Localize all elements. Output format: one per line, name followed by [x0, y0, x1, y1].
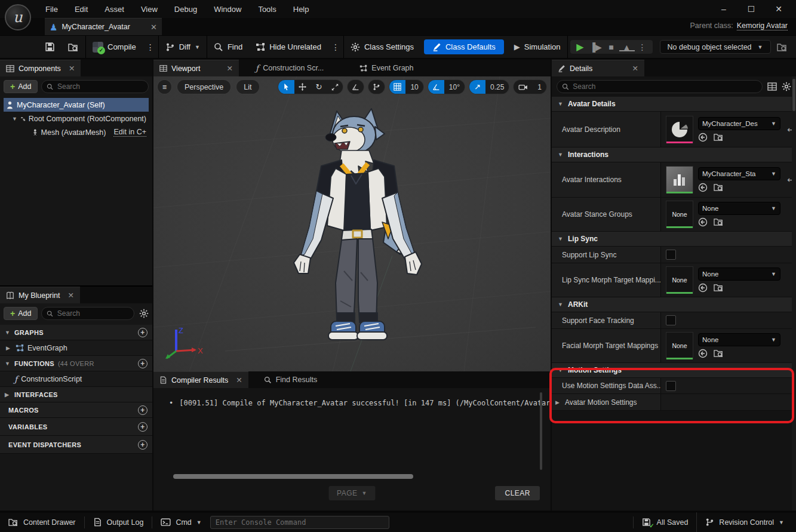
- use-selected-asset-icon[interactable]: [698, 217, 708, 227]
- details-settings-gear-icon[interactable]: [782, 82, 791, 91]
- browse-to-asset-icon[interactable]: [714, 133, 724, 142]
- support-lip-sync-checkbox[interactable]: [666, 250, 676, 260]
- frame-skip-icon[interactable]: ▐▶: [588, 42, 604, 52]
- avatar-stance-groups-dropdown[interactable]: None▼: [698, 202, 780, 215]
- avatar-interactions-thumbnail[interactable]: [666, 166, 693, 193]
- maximize-button[interactable]: ☐: [737, 0, 765, 18]
- avatar-stance-groups-thumbnail[interactable]: None: [666, 201, 693, 228]
- lip-sync-morph-dropdown[interactable]: None▼: [698, 267, 780, 281]
- all-saved-button[interactable]: ✓ All Saved: [634, 518, 697, 527]
- debug-object-dropdown[interactable]: No debug object selected ▼: [660, 40, 771, 54]
- browse-to-asset-icon[interactable]: [714, 283, 724, 292]
- section-arkit[interactable]: ▼ ARKit: [552, 297, 796, 312]
- my-blueprint-tab[interactable]: My Blueprint ✕: [0, 287, 80, 303]
- interfaces-section-header[interactable]: ▶ INTERFACES: [0, 387, 152, 402]
- blueprint-add-button[interactable]: + Add: [4, 307, 38, 320]
- facial-morph-thumbnail[interactable]: None: [666, 332, 693, 359]
- asset-tab[interactable]: ♟ MyCharacter_Avatar ✕: [45, 18, 162, 35]
- camera-speed-value[interactable]: 1: [533, 80, 546, 94]
- cmd-dropdown[interactable]: Cmd ▼: [152, 512, 210, 532]
- display-filter-icon[interactable]: [767, 82, 777, 91]
- add-function-button[interactable]: +: [138, 359, 147, 368]
- support-face-tracking-checkbox[interactable]: [666, 315, 676, 325]
- eventgraph-item[interactable]: ▶ EventGraph: [0, 340, 152, 356]
- section-motion-settings[interactable]: ▼ Motion Settings: [552, 363, 796, 378]
- console-command-field[interactable]: [210, 516, 389, 529]
- browse-to-asset-icon[interactable]: [714, 217, 724, 226]
- perspective-dropdown[interactable]: Perspective: [177, 79, 231, 94]
- scale-snap-toggle[interactable]: ↗: [469, 80, 485, 94]
- viewport-options-menu-icon[interactable]: ≡: [157, 79, 172, 94]
- revision-control-dropdown[interactable]: Revision Control ▼: [697, 518, 796, 527]
- output-log-button[interactable]: Output Log: [85, 512, 152, 532]
- compile-options-kebab[interactable]: ⋮: [143, 36, 158, 58]
- blueprint-search[interactable]: [41, 307, 134, 320]
- minimize-button[interactable]: –: [710, 0, 737, 18]
- rotate-tool-button[interactable]: ↻: [311, 80, 327, 94]
- menu-debug[interactable]: Debug: [167, 2, 204, 16]
- browse-asset-button[interactable]: [62, 36, 85, 58]
- tree-item-root-component[interactable]: ▼ Root Component (RootComponent): [4, 112, 149, 125]
- use-selected-asset-icon[interactable]: [698, 283, 708, 293]
- close-button[interactable]: ✕: [765, 0, 792, 18]
- select-tool-button[interactable]: [278, 80, 294, 94]
- menu-tools[interactable]: Tools: [251, 2, 283, 16]
- viewport-3d-view[interactable]: ≡ Perspective Lit ↻ 10: [153, 76, 551, 371]
- compile-button[interactable]: ✓ Compile: [86, 36, 143, 58]
- hide-unrelated-button[interactable]: Hide Unrelated: [249, 36, 328, 58]
- macros-section-header[interactable]: MACROS +: [0, 402, 152, 418]
- scale-tool-button[interactable]: [327, 80, 343, 94]
- scale-snap-value[interactable]: 0.25: [485, 80, 509, 94]
- surface-snapping-button[interactable]: [368, 80, 385, 94]
- tree-item-mesh[interactable]: Mesh (AvatarMesh) Edit in C+: [4, 125, 149, 139]
- menu-window[interactable]: Window: [207, 2, 248, 16]
- add-variable-button[interactable]: +: [138, 422, 147, 432]
- components-tab-close-icon[interactable]: ✕: [69, 64, 75, 73]
- grid-snap-toggle[interactable]: [389, 80, 405, 94]
- clear-button[interactable]: CLEAR: [495, 486, 540, 500]
- horizontal-scrollbar[interactable]: [173, 474, 413, 479]
- debug-browse-button[interactable]: [776, 36, 794, 58]
- eject-icon[interactable]: ▲: [619, 43, 635, 51]
- components-search-input[interactable]: [57, 82, 143, 91]
- find-results-tab[interactable]: Find Results: [258, 371, 323, 388]
- menu-view[interactable]: View: [134, 2, 165, 16]
- avatar-description-dropdown[interactable]: MyCharacter_Des▼: [698, 117, 780, 130]
- rotation-snap-value[interactable]: 10°: [444, 80, 465, 94]
- vertical-scrollbar[interactable]: [540, 392, 542, 470]
- add-macro-button[interactable]: +: [138, 405, 147, 415]
- menu-asset[interactable]: Asset: [97, 2, 131, 16]
- facial-morph-dropdown[interactable]: None▼: [698, 333, 780, 346]
- play-options-kebab[interactable]: ⋮: [635, 42, 650, 52]
- blueprint-search-input[interactable]: [57, 309, 129, 318]
- menu-help[interactable]: Help: [286, 2, 316, 16]
- use-motion-settings-checkbox[interactable]: [666, 381, 676, 391]
- stop-icon[interactable]: ■: [604, 42, 619, 52]
- event-graph-tab[interactable]: Event Graph: [354, 60, 419, 76]
- construction-script-tab[interactable]: ƒ Construction Scr...: [250, 60, 330, 76]
- add-event-dispatcher-button[interactable]: +: [138, 440, 147, 450]
- use-selected-asset-icon[interactable]: [698, 183, 708, 192]
- asset-tab-close-icon[interactable]: ✕: [150, 23, 157, 32]
- diff-button[interactable]: Diff▼: [159, 36, 207, 58]
- lip-sync-morph-thumbnail[interactable]: None: [666, 266, 693, 294]
- hide-unrelated-kebab[interactable]: ⋮: [328, 36, 343, 58]
- event-dispatchers-section-header[interactable]: EVENT DISPATCHERS +: [0, 436, 152, 454]
- section-interactions[interactable]: ▼ Interactions: [552, 147, 796, 162]
- browse-to-asset-icon[interactable]: [714, 349, 724, 358]
- avatar-character-model[interactable]: [287, 104, 430, 355]
- expand-caret-icon[interactable]: ▼: [12, 116, 17, 122]
- avatar-interactions-dropdown[interactable]: MyCharacter_Sta▼: [698, 167, 780, 180]
- details-tab[interactable]: Details ✕: [552, 60, 644, 76]
- find-button[interactable]: Find: [207, 36, 249, 58]
- functions-section-header[interactable]: ▼ FUNCTIONS (44 OVERR +: [0, 356, 152, 371]
- variables-section-header[interactable]: VARIABLES +: [0, 418, 152, 436]
- details-search-input[interactable]: [573, 82, 757, 91]
- details-scrollbar-thumb[interactable]: [792, 79, 795, 111]
- avatar-description-thumbnail[interactable]: [666, 116, 693, 143]
- components-search[interactable]: [41, 80, 149, 93]
- details-tab-close-icon[interactable]: ✕: [632, 64, 638, 73]
- menu-file[interactable]: File: [38, 2, 65, 16]
- edit-in-cpp-link[interactable]: Edit in C+: [113, 128, 146, 137]
- browse-to-asset-icon[interactable]: [714, 183, 724, 192]
